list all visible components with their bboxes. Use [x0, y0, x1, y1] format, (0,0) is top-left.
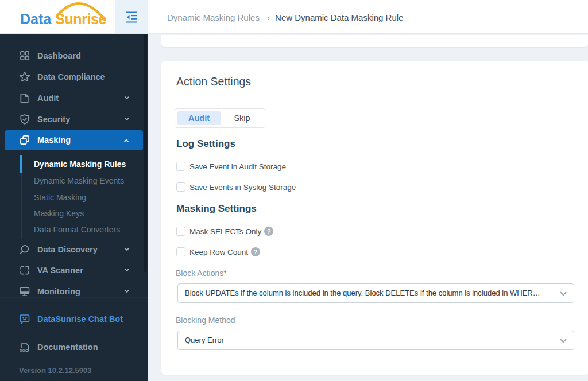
svg-text:DOC: DOC: [20, 348, 28, 352]
